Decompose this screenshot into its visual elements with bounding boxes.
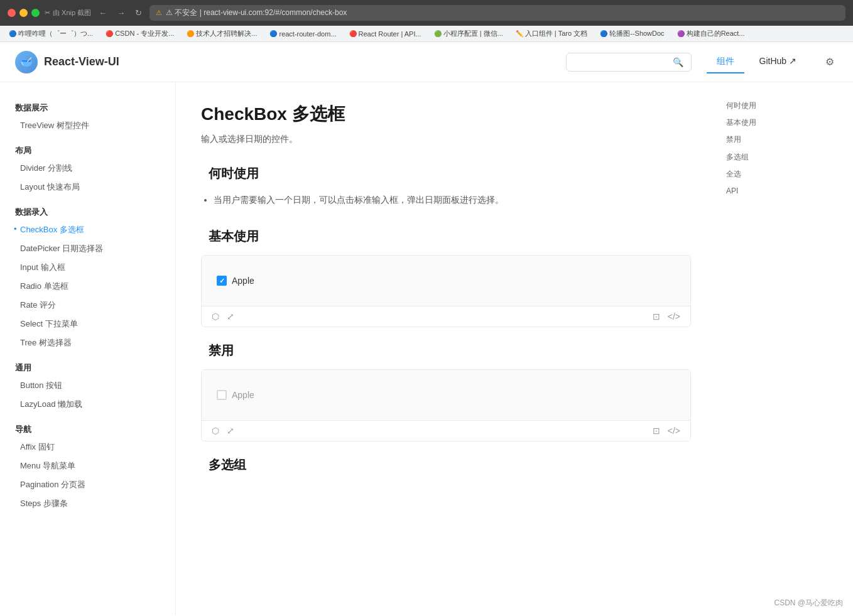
copy-icon-2[interactable]: ⊡: [653, 426, 660, 436]
expand-icon-2[interactable]: ⤢: [227, 426, 234, 436]
toc-item-select-all[interactable]: 全选: [726, 166, 807, 183]
address-bar[interactable]: ⚠ ⚠ 不安全 | react-view-ui.com:92/#/common/…: [149, 5, 845, 21]
sidebar-section-title-common: 通用: [0, 357, 175, 376]
cube-icon-2[interactable]: ⬡: [212, 426, 219, 436]
sidebar-item-checkbox[interactable]: CheckBox 多选框: [0, 220, 175, 239]
close-button[interactable]: [8, 9, 16, 17]
toc-item-when-to-use[interactable]: 何时使用: [726, 97, 807, 114]
bookmark-favicon: 🟣: [677, 30, 685, 38]
search-box[interactable]: 🔍: [566, 53, 692, 72]
xnip-label: ✂ 由 Xnip 截图: [45, 8, 91, 18]
sidebar-item-radio[interactable]: Radio 单选框: [0, 277, 175, 296]
disabled-demo-content: Apple: [202, 370, 690, 420]
sidebar-item-steps[interactable]: Steps 步骤条: [0, 494, 175, 513]
disabled-checkbox: [217, 390, 227, 400]
sidebar-item-datepicker[interactable]: DatePicker 日期选择器: [0, 239, 175, 258]
search-icon: 🔍: [673, 57, 683, 67]
sidebar-item-input[interactable]: Input 输入框: [0, 258, 175, 277]
sidebar-item-layout[interactable]: Layout 快速布局: [0, 178, 175, 197]
demo-toolbar-left: ⬡ ⤢: [212, 311, 234, 322]
bookmark-item[interactable]: 🟠 技术人才招聘解决...: [184, 28, 259, 40]
logo-icon: 🥣: [15, 51, 38, 73]
sidebar-section-data-display: 数据展示 TreeView 树型控件: [0, 97, 175, 135]
basic-use-section: 基本使用 ✓ Apple ⬡ ⤢: [201, 228, 691, 327]
basic-checkbox[interactable]: ✓: [217, 276, 227, 286]
toc-item-group[interactable]: 多选组: [726, 149, 807, 166]
browser-chrome: ✂ 由 Xnip 截图 ← → ↻ ⚠ ⚠ 不安全 | react-view-u…: [0, 0, 853, 26]
maximize-button[interactable]: [31, 9, 40, 17]
bookmark-label: 咋哩咋哩（゜ー゜）つ...: [18, 29, 93, 38]
sidebar-section-title-navigation: 导航: [0, 419, 175, 438]
nav-item-github[interactable]: GitHub ↗: [749, 51, 807, 73]
sidebar-item-treeview[interactable]: TreeView 树型控件: [0, 116, 175, 135]
code-icon-2[interactable]: </>: [668, 426, 680, 436]
search-input[interactable]: [574, 57, 668, 67]
cube-icon[interactable]: ⬡: [212, 311, 219, 322]
group-section: 多选组: [201, 457, 691, 473]
demo-toolbar-left-2: ⬡ ⤢: [212, 426, 234, 436]
bookmark-item[interactable]: 🟢 小程序配置 | 微信...: [432, 28, 506, 40]
xnip-icon: ✂: [45, 9, 50, 17]
sidebar: 数据展示 TreeView 树型控件 布局 Divider 分割线 Layout…: [0, 82, 176, 615]
forward-button[interactable]: →: [114, 7, 128, 19]
disabled-demo-box: Apple ⬡ ⤢ ⊡ </>: [201, 369, 691, 441]
bookmark-label: React Router | API...: [359, 30, 421, 38]
disabled-heading: 禁用: [201, 342, 691, 359]
settings-icon[interactable]: ⚙: [822, 52, 838, 72]
bookmarks-bar: 🔵 咋哩咋哩（゜ー゜）つ... 🔴 CSDN - 专业开发... 🟠 技术人才招…: [0, 26, 853, 42]
bookmark-favicon: 🔴: [349, 30, 357, 38]
bookmark-item[interactable]: 🔴 CSDN - 专业开发...: [103, 28, 177, 40]
code-icon[interactable]: </>: [668, 311, 680, 322]
sidebar-item-button[interactable]: Button 按钮: [0, 376, 175, 395]
when-to-use-section: 何时使用 当用户需要输入一个日期，可以点击标准输入框，弹出日期面板进行选择。: [201, 165, 691, 208]
app-layout: 🥣 React-View-UI 🔍 组件 GitHub ↗ ⚙ 数据展示 Tre…: [0, 42, 853, 615]
toc-item-disabled[interactable]: 禁用: [726, 131, 807, 148]
bookmark-favicon: ✏️: [516, 30, 523, 38]
sidebar-item-select[interactable]: Select 下拉菜单: [0, 315, 175, 333]
bookmark-label: 技术人才招聘解决...: [196, 29, 257, 38]
page-desc: 输入或选择日期的控件。: [201, 134, 691, 145]
content-area: 数据展示 TreeView 树型控件 布局 Divider 分割线 Layout…: [0, 82, 853, 615]
bookmark-item[interactable]: 🔵 咋哩咋哩（゜ー゜）つ...: [6, 28, 95, 40]
demo-toolbar-right: ⊡ </>: [653, 311, 680, 322]
sidebar-item-affix[interactable]: Affix 固钉: [0, 438, 175, 457]
right-toc: 何时使用 基本使用 禁用 多选组 全选 API: [716, 82, 817, 615]
bookmark-item[interactable]: ✏️ 入口组件 | Taro 文档: [513, 28, 590, 40]
bookmark-item[interactable]: 🔵 轮播图--ShowDoc: [597, 28, 666, 40]
reload-button[interactable]: ↻: [133, 7, 144, 19]
sidebar-item-divider[interactable]: Divider 分割线: [0, 159, 175, 178]
main-content: CheckBox 多选框 输入或选择日期的控件。 何时使用 当用户需要输入一个日…: [176, 82, 716, 615]
toc-item-api[interactable]: API: [726, 183, 807, 200]
sidebar-item-tree[interactable]: Tree 树选择器: [0, 333, 175, 352]
bookmark-favicon: 🟠: [187, 30, 194, 38]
disabled-checkbox-label: Apple: [232, 390, 254, 400]
checkbox-check-icon: ✓: [219, 278, 225, 284]
sidebar-section-navigation: 导航 Affix 固钉 Menu 导航菜单 Pagination 分页器 Ste…: [0, 419, 175, 513]
basic-use-demo-content: ✓ Apple: [202, 256, 690, 306]
sidebar-item-menu[interactable]: Menu 导航菜单: [0, 457, 175, 475]
bookmark-favicon: 🔵: [600, 30, 607, 38]
bookmark-label: 小程序配置 | 微信...: [443, 29, 503, 38]
back-button[interactable]: ←: [96, 7, 109, 19]
browser-nav[interactable]: ← → ↻: [96, 7, 144, 19]
bookmark-label: 轮播图--ShowDoc: [609, 29, 664, 38]
demo-toolbar-right-2: ⊡ </>: [653, 426, 680, 436]
expand-icon[interactable]: ⤢: [227, 311, 234, 322]
bookmark-favicon: 🟢: [434, 30, 442, 38]
sidebar-item-rate[interactable]: Rate 评分: [0, 296, 175, 315]
when-to-use-bullet: 当用户需要输入一个日期，可以点击标准输入框，弹出日期面板进行选择。: [214, 192, 691, 208]
bookmark-label: react-router-dom...: [279, 30, 336, 38]
footer-text: CSDN @马心爱吃肉: [774, 598, 843, 607]
bookmark-item[interactable]: 🔴 React Router | API...: [347, 29, 424, 39]
basic-demo-toolbar: ⬡ ⤢ ⊡ </>: [202, 306, 690, 327]
nav-item-components[interactable]: 组件: [707, 51, 744, 73]
bookmark-item[interactable]: 🟣 构建自己的React...: [675, 28, 747, 40]
toc-item-basic-use[interactable]: 基本使用: [726, 114, 807, 131]
sidebar-item-pagination[interactable]: Pagination 分页器: [0, 475, 175, 494]
sidebar-section-title-data-display: 数据展示: [0, 97, 175, 116]
sidebar-item-lazyload[interactable]: LazyLoad 懒加载: [0, 395, 175, 414]
minimize-button[interactable]: [19, 9, 28, 17]
bookmark-label: 构建自己的React...: [687, 29, 745, 38]
bookmark-item[interactable]: 🔵 react-router-dom...: [267, 29, 339, 39]
copy-icon[interactable]: ⊡: [653, 311, 660, 322]
